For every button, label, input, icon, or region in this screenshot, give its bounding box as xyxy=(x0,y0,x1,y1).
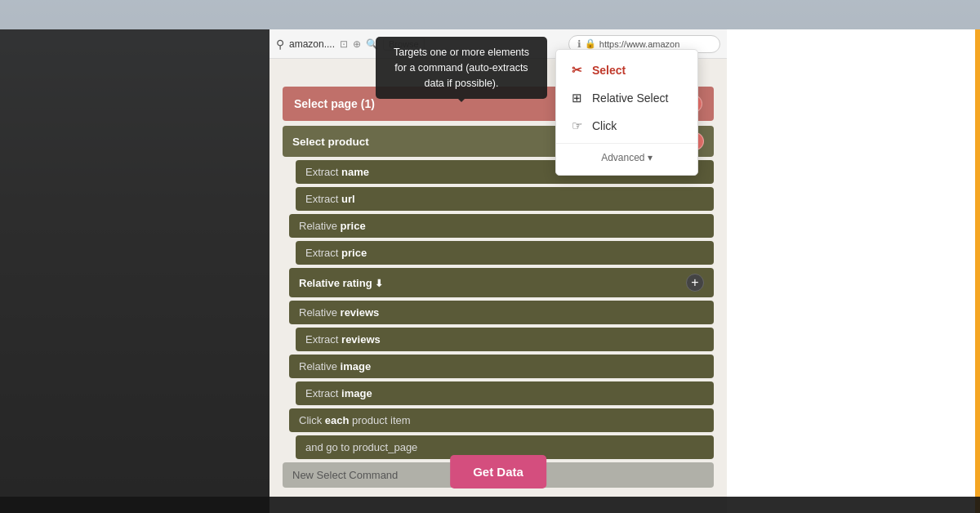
dropdown-advanced[interactable]: Advanced ▾ xyxy=(556,147,697,168)
click-label: Click xyxy=(592,119,617,132)
extract-reviews-row[interactable]: Extract reviews xyxy=(296,328,714,351)
new-select-label: New Select Command xyxy=(292,469,398,481)
top-blur-area xyxy=(0,0,980,29)
select-icon: ✂ xyxy=(569,63,584,78)
relative-price-row[interactable]: Relative price xyxy=(289,214,714,238)
tooltip-popup: Targets one or more elements for a comma… xyxy=(376,37,547,99)
get-data-button[interactable]: Get Data xyxy=(450,455,546,488)
relative-reviews-row[interactable]: Relative reviews xyxy=(289,301,714,324)
relative-image-row[interactable]: Relative image xyxy=(289,355,714,378)
browser-right-panel xyxy=(727,29,980,513)
advanced-label: Advanced ▾ xyxy=(601,152,653,163)
dropdown-item-relative-select[interactable]: ⊞ Relative Select xyxy=(556,84,697,112)
command-dropdown: ✂ Select ⊞ Relative Select ☞ Click Advan… xyxy=(555,49,698,176)
dropdown-divider xyxy=(556,143,697,144)
rating-plus-button[interactable]: + xyxy=(686,274,704,292)
click-product-row[interactable]: Click each product item xyxy=(289,408,714,432)
nav-icon-1: ⊡ xyxy=(340,38,348,50)
relative-rating-row[interactable]: Relative rating ⬇ + xyxy=(289,268,714,297)
lock-icon: 🔒 xyxy=(585,38,596,49)
dropdown-item-select[interactable]: ✂ Select xyxy=(556,56,697,84)
relative-select-icon: ⊞ xyxy=(569,91,584,105)
extract-image-row[interactable]: Extract image xyxy=(296,381,714,405)
tooltip-text: Targets one or more elements for a comma… xyxy=(394,47,529,89)
sidebar-left xyxy=(0,29,270,513)
relative-rating-label: Relative rating ⬇ xyxy=(299,277,383,289)
yellow-accent-border xyxy=(975,29,980,513)
tab-icon: ⚲ xyxy=(276,38,284,51)
extract-url-row[interactable]: Extract url xyxy=(296,187,714,211)
nav-icon-2: ⊕ xyxy=(353,38,361,50)
download-icon: ⬇ xyxy=(375,278,383,289)
page-select-word: Select xyxy=(294,97,327,110)
dropdown-item-click[interactable]: ☞ Click xyxy=(556,112,697,140)
select-label: Select xyxy=(592,64,626,77)
extract-price-row[interactable]: Extract price xyxy=(296,241,714,265)
tab-label: amazon.... xyxy=(289,38,335,50)
info-icon: ℹ xyxy=(577,38,581,50)
click-icon: ☞ xyxy=(569,118,584,133)
product-select-label: Select product xyxy=(292,136,369,148)
bottom-bar xyxy=(0,497,980,513)
url-text: https://www.amazon xyxy=(599,39,679,49)
relative-select-label: Relative Select xyxy=(592,91,668,105)
page-select-label: Select page (1) xyxy=(294,97,375,110)
